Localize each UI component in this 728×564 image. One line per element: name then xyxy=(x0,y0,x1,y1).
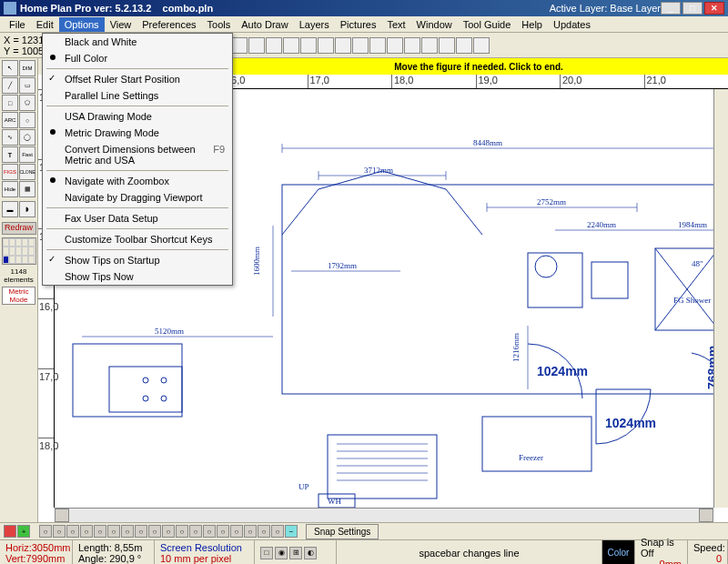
toolbar-icon[interactable] xyxy=(369,37,386,54)
tool-wall[interactable]: ▬ xyxy=(2,201,18,217)
status-color[interactable]: Color xyxy=(602,540,635,564)
toolbar-icon[interactable] xyxy=(439,37,455,54)
menu-item-offset-ruler-start-position[interactable]: Offset Ruler Start Position✓ xyxy=(43,71,232,87)
redraw-button[interactable]: Redraw xyxy=(2,222,36,235)
status-dot[interactable]: ○ xyxy=(230,525,243,538)
svg-point-6 xyxy=(161,396,167,401)
menu-file[interactable]: File xyxy=(4,17,31,32)
tool-door[interactable]: ◗ xyxy=(19,201,35,217)
menu-text[interactable]: Text xyxy=(381,17,410,32)
svg-point-3 xyxy=(143,378,148,383)
toolbar-icon[interactable] xyxy=(283,37,299,54)
tool-text[interactable]: T xyxy=(2,146,18,163)
status-dot[interactable]: ○ xyxy=(176,525,188,538)
tool-arc[interactable]: ARC xyxy=(2,112,18,128)
status-dot[interactable]: ○ xyxy=(148,525,161,538)
menu-tool-guide[interactable]: Tool Guide xyxy=(458,17,517,32)
menu-auto-draw[interactable]: Auto Draw xyxy=(236,17,293,32)
menu-item-black-and-white[interactable]: Black and White xyxy=(43,34,232,50)
menu-item-metric-drawing-mode[interactable]: Metric Drawing Mode xyxy=(43,125,232,141)
toolbar-icon[interactable] xyxy=(318,37,334,54)
toolbar-icon[interactable] xyxy=(387,37,403,54)
toolbar-icon[interactable] xyxy=(456,37,472,54)
menu-item-show-tips-on-startup[interactable]: Show Tips on Startup✓ xyxy=(43,252,232,268)
menu-updates[interactable]: Updates xyxy=(548,17,596,32)
status-dot[interactable]: ○ xyxy=(135,525,147,538)
toolbar-icon[interactable] xyxy=(404,37,420,54)
tool-figs[interactable]: FIGS xyxy=(2,164,18,180)
scrollbar-vertical[interactable] xyxy=(713,89,728,508)
menu-item-fax-user-data-setup[interactable]: Fax User Data Setup xyxy=(43,210,232,227)
menu-item-convert-dimensions-between-metric-and-usa[interactable]: Convert Dimensions between Metric and US… xyxy=(43,141,232,168)
tool-square[interactable]: □ xyxy=(2,95,18,111)
status-dot[interactable]: ○ xyxy=(217,525,229,538)
menu-edit[interactable]: Edit xyxy=(31,17,59,32)
toolbar-icon[interactable] xyxy=(231,37,248,54)
menu-item-full-color[interactable]: Full Color xyxy=(43,50,232,66)
close-button[interactable]: ✕ xyxy=(704,2,724,15)
tool-dim[interactable]: DIM xyxy=(19,60,35,76)
element-count: 1148 elements xyxy=(2,267,35,284)
menu-help[interactable]: Help xyxy=(516,17,548,32)
menu-pictures[interactable]: Pictures xyxy=(335,17,382,32)
menu-tools[interactable]: Tools xyxy=(202,17,237,32)
status-stop-icon[interactable] xyxy=(4,525,16,538)
status-tool-icons[interactable]: □◉⊞◐ xyxy=(255,540,337,564)
status-dot[interactable]: ○ xyxy=(107,525,120,538)
tool-hide[interactable]: Hide xyxy=(2,181,18,197)
status-dot[interactable]: ○ xyxy=(80,525,93,538)
status-dot[interactable]: ○ xyxy=(121,525,134,538)
color-palette[interactable] xyxy=(2,237,36,265)
snap-settings-button[interactable]: Snap Settings xyxy=(306,524,379,539)
svg-text:2240mm: 2240mm xyxy=(587,220,616,229)
tool-clone[interactable]: CLONE xyxy=(19,164,35,180)
status-dot[interactable]: ○ xyxy=(258,525,270,538)
menu-item-navigate-by-dragging-viewport[interactable]: Navigate by Dragging Viewport xyxy=(43,189,232,206)
status-dot[interactable]: ○ xyxy=(189,525,202,538)
menu-view[interactable]: View xyxy=(105,17,137,32)
tool-circle[interactable]: ○ xyxy=(19,112,35,128)
menu-item-show-tips-now[interactable]: Show Tips Now xyxy=(43,268,232,285)
status-dot[interactable]: ○ xyxy=(203,525,216,538)
toolbar-icon[interactable] xyxy=(421,37,438,54)
menu-item-customize-toolbar-shortcut-keys[interactable]: Customize Toolbar Shortcut Keys xyxy=(43,231,232,247)
status-dot[interactable]: ○ xyxy=(244,525,257,538)
status-hint: spacebar changes line xyxy=(337,540,602,564)
toolbar-icon[interactable] xyxy=(473,37,490,54)
menu-window[interactable]: Window xyxy=(411,17,458,32)
toolbar-icon[interactable] xyxy=(248,37,265,54)
toolbar-icon[interactable] xyxy=(335,37,351,54)
minimize-button[interactable]: _ xyxy=(661,2,681,15)
status-minus[interactable]: − xyxy=(285,525,298,538)
toolbar-icon[interactable] xyxy=(352,37,369,54)
tool-curve[interactable]: ∿ xyxy=(2,129,18,146)
menu-preferences[interactable]: Preferences xyxy=(136,17,201,32)
tool-fast[interactable]: Fast xyxy=(19,146,35,163)
scrollbar-horizontal[interactable] xyxy=(55,508,713,522)
status-length-angle: Length: 8,55m Angle: 290,9 ° xyxy=(73,540,155,564)
menu-item-navigate-with-zoombox[interactable]: Navigate with Zoombox xyxy=(43,173,232,189)
status-dot[interactable]: ○ xyxy=(66,525,79,538)
status-go-icon[interactable]: + xyxy=(17,525,30,538)
tool-ellipse[interactable]: ◯ xyxy=(19,129,35,146)
toolbar-icon[interactable] xyxy=(266,37,282,54)
tool-line[interactable]: ╱ xyxy=(2,77,18,94)
tool-poly[interactable]: ⬠ xyxy=(19,95,35,111)
status-snap[interactable]: Snap is Off 0mm xyxy=(635,540,688,564)
menu-item-usa-drawing-mode[interactable]: USA Drawing Mode xyxy=(43,108,232,125)
status-dot[interactable]: ○ xyxy=(162,525,175,538)
maximize-button[interactable]: □ xyxy=(682,2,703,15)
tool-select[interactable]: ↖ xyxy=(2,60,18,76)
status-dot[interactable]: ○ xyxy=(94,525,106,538)
menu-options[interactable]: Options xyxy=(59,17,105,32)
svg-rect-13 xyxy=(328,435,437,499)
status-dot[interactable]: ○ xyxy=(271,525,284,538)
tool-rect[interactable]: ▭ xyxy=(19,77,35,94)
status-dot[interactable]: ○ xyxy=(53,525,66,538)
toolbar-icon[interactable] xyxy=(300,37,317,54)
menubar: FileEditOptionsViewPreferencesToolsAuto … xyxy=(0,16,728,33)
menu-layers[interactable]: Layers xyxy=(294,17,335,32)
status-dot[interactable]: ○ xyxy=(39,525,52,538)
menu-item-parallel-line-settings[interactable]: Parallel Line Settings xyxy=(43,87,232,104)
tool-misc[interactable]: ▦ xyxy=(19,181,35,197)
